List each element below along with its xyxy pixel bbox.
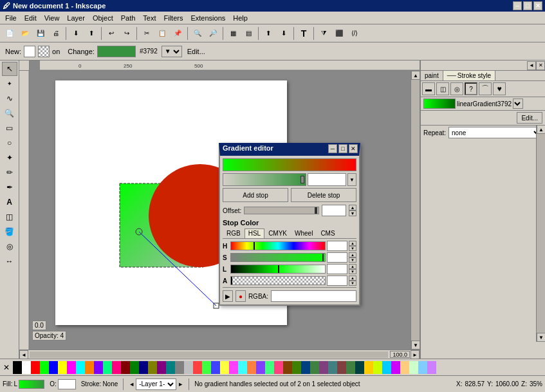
tool-ellipse[interactable]: ○ (2, 136, 17, 150)
text-tool-btn[interactable]: T (297, 26, 311, 41)
tool-connector[interactable]: ↔ (2, 254, 17, 268)
menu-view[interactable]: View (41, 13, 64, 23)
h-up-btn[interactable]: ▲ (349, 241, 356, 246)
zoom-in-button[interactable]: 🔍 (190, 26, 205, 41)
tool-node[interactable]: ✦ (2, 77, 17, 91)
palette-color-cell[interactable] (85, 361, 94, 374)
scroll-left-btn[interactable]: ◄ (19, 350, 28, 359)
s-up-btn[interactable]: ▲ (349, 252, 356, 257)
palette-color-cell[interactable] (292, 361, 301, 374)
palette-color-cell[interactable] (346, 361, 355, 374)
close-button[interactable]: ✕ (533, 1, 542, 10)
tool-gradient[interactable]: ◫ (2, 210, 17, 224)
palette-color-cell[interactable] (373, 361, 382, 374)
h-scrollbar[interactable]: ◄ 100.0 ► (19, 350, 420, 359)
palette-color-cell[interactable] (112, 361, 121, 374)
tab-hsl[interactable]: HSL (245, 229, 264, 238)
h-value-input[interactable]: 85 (327, 241, 347, 251)
palette-color-cell[interactable] (193, 361, 202, 374)
menu-path[interactable]: Path (117, 13, 140, 23)
redo-button[interactable]: ↪ (120, 26, 134, 41)
right-panel-close[interactable]: ✕ (536, 61, 545, 70)
palette-color-cell[interactable] (121, 361, 130, 374)
tool-pen[interactable]: ✒ (2, 180, 17, 194)
scroll-right-btn[interactable]: ► (411, 350, 420, 359)
dialog-close-btn[interactable]: ✕ (349, 144, 358, 153)
palette-color-cell[interactable] (157, 361, 166, 374)
right-panel-collapse[interactable]: ◄ (527, 61, 536, 70)
ungroup-button[interactable]: ▤ (241, 26, 255, 41)
tab-cmyk[interactable]: CMYK (264, 229, 291, 238)
offset-value-input[interactable]: 1.00 (322, 205, 346, 216)
palette-color-cell[interactable] (220, 361, 229, 374)
palette-color-cell[interactable] (247, 361, 256, 374)
palette-color-cell[interactable] (13, 361, 22, 374)
xml-button[interactable]: ⟨/⟩ (347, 26, 362, 41)
palette-color-cell[interactable] (355, 361, 364, 374)
scroll-down-btn[interactable]: ▼ (411, 341, 420, 350)
palette-color-cell[interactable] (139, 361, 148, 374)
layer-dropdown[interactable]: -Layer 1- (136, 378, 176, 390)
palette-color-cell[interactable] (130, 361, 139, 374)
h-slider-wrap[interactable] (230, 241, 326, 250)
palette-color-cell[interactable] (67, 361, 76, 374)
l-up-btn[interactable]: ▲ (349, 264, 356, 269)
paint-linear-btn[interactable]: ◫ (436, 82, 449, 95)
menu-extensions[interactable]: Extensions (187, 13, 229, 23)
layer-arrow-right[interactable]: ► (178, 381, 183, 387)
palette-color-cell[interactable] (49, 361, 58, 374)
l-value-input[interactable]: 128 (327, 264, 347, 274)
lower-button[interactable]: ⬇ (277, 26, 291, 41)
l-slider-wrap[interactable] (230, 265, 326, 274)
scroll-up-btn[interactable]: ▲ (411, 71, 420, 80)
menu-text[interactable]: Text (139, 13, 160, 23)
paint-flat-btn[interactable]: ▬ (422, 82, 435, 95)
tool-fill[interactable]: 🪣 (2, 225, 17, 239)
palette-color-cell[interactable] (166, 361, 175, 374)
menu-file[interactable]: File (1, 13, 21, 23)
zoom-out-button[interactable]: 🔎 (206, 26, 220, 41)
a-slider-wrap[interactable] (230, 276, 326, 285)
palette-color-cell[interactable] (103, 361, 112, 374)
import-button[interactable]: ⬇ (69, 26, 83, 41)
palette-color-cell[interactable] (337, 361, 346, 374)
a-value-input[interactable]: 0 (327, 275, 347, 286)
palette-color-cell[interactable] (76, 361, 85, 374)
s-down-btn[interactable]: ▼ (349, 257, 356, 263)
a-up-btn[interactable]: ▲ (349, 275, 356, 281)
right-v-scrollbar[interactable]: ▲ ▼ (536, 125, 545, 342)
palette-color-cell[interactable] (238, 361, 247, 374)
group-button[interactable]: ▦ (226, 26, 240, 41)
palette-color-cell[interactable] (175, 361, 184, 374)
edit-button[interactable]: Edit... (517, 112, 542, 124)
paste-button[interactable]: 📌 (171, 26, 185, 41)
menu-object[interactable]: Object (89, 13, 117, 23)
palette-color-cell[interactable] (391, 361, 400, 374)
menu-filters[interactable]: Filters (160, 13, 187, 23)
right-scroll-up[interactable]: ▲ (537, 125, 545, 134)
menu-layer[interactable]: Layer (63, 13, 89, 23)
offset-down-btn[interactable]: ▼ (349, 210, 356, 216)
stop-handle[interactable] (300, 176, 304, 183)
fill-button[interactable]: ⬛ (332, 26, 346, 41)
tab-wheel[interactable]: Wheel (291, 229, 317, 238)
export-button[interactable]: ⬆ (84, 26, 98, 41)
palette-color-cell[interactable] (58, 361, 67, 374)
palette-color-cell[interactable] (382, 361, 391, 374)
palette-color-cell[interactable] (364, 361, 373, 374)
offset-slider-track[interactable] (244, 207, 319, 214)
tool-dropper[interactable]: ◎ (2, 239, 17, 254)
tool-text[interactable]: A (2, 195, 17, 209)
s-slider-wrap[interactable] (230, 253, 326, 262)
layer-selector[interactable]: ◄ -Layer 1- ► (129, 378, 183, 390)
palette-color-cell[interactable] (94, 361, 103, 374)
palette-color-cell[interactable] (319, 361, 328, 374)
paint-radial-btn[interactable]: ◎ (450, 82, 463, 95)
delete-stop-btn[interactable]: Delete stop (291, 188, 356, 202)
palette-color-cell[interactable] (31, 361, 40, 374)
minimize-button[interactable]: ─ (513, 1, 522, 10)
repeat-dropdown[interactable]: none reflected direct (448, 127, 542, 138)
play-btn[interactable]: ▶ (223, 290, 233, 302)
raise-button[interactable]: ⬆ (261, 26, 275, 41)
tool-pencil[interactable]: ✏ (2, 165, 17, 180)
